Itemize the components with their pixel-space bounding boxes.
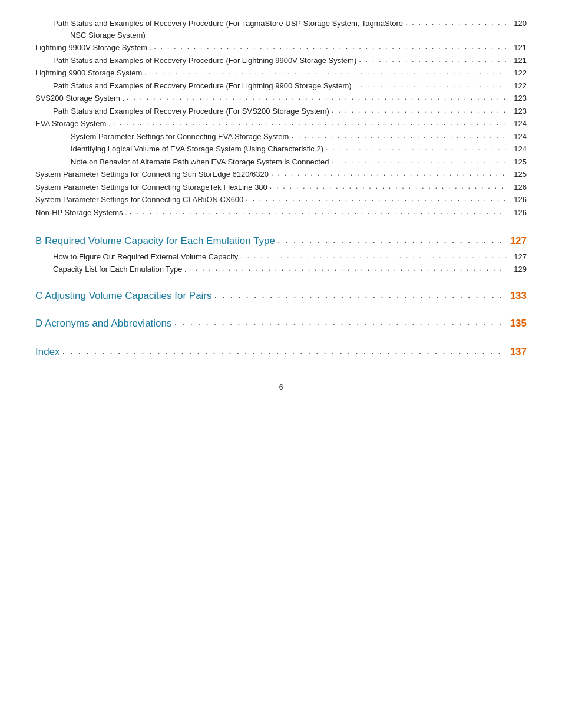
- section-b-sub1-label: How to Figure Out Required External Volu…: [53, 251, 238, 263]
- entry-label-10: Identifying Logical Volume of EVA Storag…: [71, 143, 323, 155]
- entry-page-7: 123: [509, 106, 527, 117]
- toc-entry-14: System Parameter Settings for Connecting…: [35, 194, 527, 206]
- toc-entry-4: Lightning 9900 Storage System . 122: [35, 67, 527, 79]
- section-c-heading: C Adjusting Volume Capacities for Pairs …: [35, 288, 527, 304]
- entry-page-15: 126: [509, 207, 527, 219]
- section-b-dots: [277, 232, 507, 248]
- section-index-dots: [62, 343, 507, 358]
- section-index-label: Index: [35, 344, 60, 360]
- toc-entry-1: Path Status and Examples of Recovery Pro…: [35, 18, 527, 41]
- entry-dots-14: [246, 193, 507, 205]
- entry-page-4: 122: [509, 67, 527, 79]
- section-d-dots: [174, 315, 507, 330]
- entry-page-9: 124: [509, 131, 527, 143]
- entry-label-9: System Parameter Settings for Connecting…: [71, 131, 289, 143]
- entry-label-12: System Parameter Settings for Connecting…: [35, 169, 269, 180]
- entry-dots-11: [331, 155, 507, 167]
- entry-dots-6: [127, 91, 507, 103]
- toc-entry-3: Path Status and Examples of Recovery Pro…: [35, 55, 527, 67]
- toc-entry-10: Identifying Logical Volume of EVA Storag…: [35, 143, 527, 155]
- section-b-sub1-page: 127: [509, 251, 527, 263]
- entry-dots-7: [332, 104, 507, 116]
- entry-page-10: 124: [509, 143, 527, 155]
- entry-page-5: 122: [509, 80, 527, 92]
- footer-page-number: 6: [35, 383, 527, 391]
- entry-label-8: EVA Storage System .: [35, 118, 111, 130]
- entry-label-4: Lightning 9900 Storage System .: [35, 67, 147, 79]
- toc-entry-15: Non-HP Storage Systems . 126: [35, 207, 527, 219]
- entry-page-14: 126: [509, 194, 527, 206]
- entry-dots-10: [326, 142, 507, 154]
- entry-dots-8: [113, 117, 507, 129]
- section-b-sub1: How to Figure Out Required External Volu…: [35, 251, 527, 263]
- entry-page-6: 123: [509, 93, 527, 104]
- entry-page-3: 121: [509, 55, 527, 67]
- entry-dots-15: [130, 206, 507, 218]
- entry-page-2: 121: [509, 42, 527, 54]
- section-c-dots: [214, 287, 507, 302]
- toc-entry-12: System Parameter Settings for Connecting…: [35, 169, 527, 180]
- entry-dots-9: [291, 130, 507, 141]
- entry-label-6: SVS200 Storage System .: [35, 93, 124, 104]
- entry-page-13: 126: [509, 182, 527, 193]
- section-b-heading: B Required Volume Capacity for Each Emul…: [35, 233, 527, 249]
- section-b-sub1-dots: [240, 250, 507, 262]
- entry-label-2: Lightning 9900V Storage System .: [35, 42, 151, 54]
- entry-page-1: 120: [509, 18, 527, 29]
- toc-container: Path Status and Examples of Recovery Pro…: [35, 18, 527, 391]
- entry-dots-2: [154, 41, 507, 52]
- section-b-sub2-page: 129: [509, 263, 527, 275]
- entry-label-7: Path Status and Examples of Recovery Pro…: [53, 106, 329, 117]
- toc-entry-2: Lightning 9900V Storage System . 121: [35, 42, 527, 54]
- entry-label-13: System Parameter Settings for Connecting…: [35, 182, 267, 193]
- section-d-page: 135: [509, 316, 527, 331]
- entry-dots-1: [405, 17, 507, 28]
- section-b-page: 127: [509, 233, 527, 249]
- entry-dots-12: [271, 167, 507, 179]
- section-b-label: B Required Volume Capacity for Each Emul…: [35, 233, 275, 249]
- section-index-page: 137: [509, 344, 527, 360]
- section-b-sub2-dots: [189, 262, 507, 274]
- section-b-sub2-label: Capacity List for Each Emulation Type .: [53, 263, 187, 275]
- entry-page-12: 125: [509, 169, 527, 180]
- toc-entry-11: Note on Behavior of Alternate Path when …: [35, 156, 527, 168]
- section-d-label: D Acronyms and Abbreviations: [35, 316, 172, 331]
- entry-label-11: Note on Behavior of Alternate Path when …: [71, 156, 329, 168]
- entry-label-5: Path Status and Examples of Recovery Pro…: [53, 80, 352, 92]
- entry-dots-13: [270, 180, 507, 192]
- toc-entry-8: EVA Storage System . 124: [35, 118, 527, 130]
- section-b-sub2: Capacity List for Each Emulation Type . …: [35, 263, 527, 275]
- toc-entry-6: SVS200 Storage System . 123: [35, 93, 527, 104]
- entry-dots-3: [359, 54, 507, 65]
- toc-entry-7: Path Status and Examples of Recovery Pro…: [35, 106, 527, 117]
- entry-dots-5: [354, 79, 507, 91]
- section-c-page: 133: [509, 288, 527, 304]
- toc-entry-13: System Parameter Settings for Connecting…: [35, 182, 527, 193]
- section-index-heading: Index 137: [35, 344, 527, 360]
- entry-label-1: Path Status and Examples of Recovery Pro…: [53, 18, 403, 41]
- entry-page-11: 125: [509, 156, 527, 168]
- section-c-label: C Adjusting Volume Capacities for Pairs: [35, 288, 212, 304]
- entry-label-3: Path Status and Examples of Recovery Pro…: [53, 55, 356, 67]
- entry-page-8: 124: [509, 118, 527, 130]
- section-d-heading: D Acronyms and Abbreviations 135: [35, 316, 527, 331]
- toc-entry-9: System Parameter Settings for Connecting…: [35, 131, 527, 143]
- toc-entry-5: Path Status and Examples of Recovery Pro…: [35, 80, 527, 92]
- entry-dots-4: [149, 66, 507, 78]
- entry-label-14: System Parameter Settings for Connecting…: [35, 194, 243, 206]
- entry-label-15: Non-HP Storage Systems .: [35, 207, 127, 219]
